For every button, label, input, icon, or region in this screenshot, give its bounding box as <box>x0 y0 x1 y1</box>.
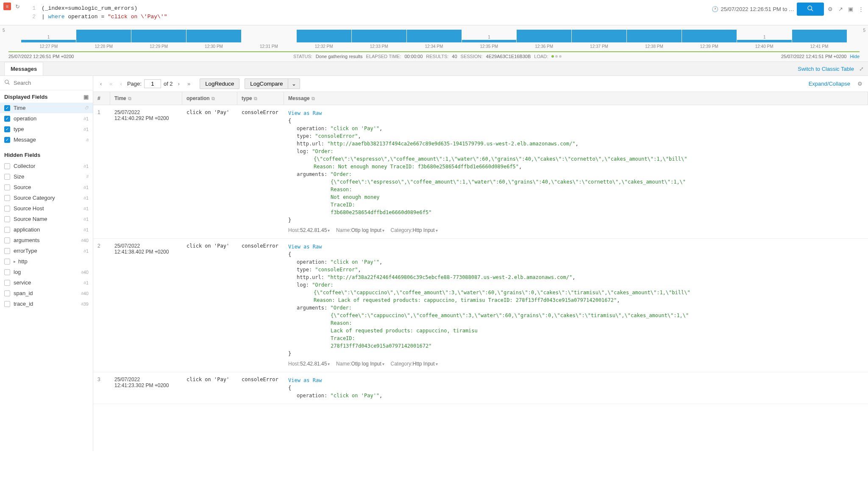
settings-icon[interactable]: ⚙ <box>856 80 864 88</box>
field-row[interactable]: ✓operationa1 <box>4 113 89 124</box>
save-fields-icon[interactable]: ▣ <box>83 94 89 100</box>
histogram-bar[interactable] <box>627 30 682 42</box>
hide-histogram-link[interactable]: Hide <box>850 54 860 59</box>
histogram-bar[interactable] <box>462 40 517 42</box>
field-checkbox[interactable] <box>4 280 10 286</box>
col-message[interactable]: Message⧉ <box>284 92 868 105</box>
col-number[interactable]: # <box>93 92 110 105</box>
field-checkbox[interactable]: ✓ <box>4 105 10 111</box>
copy-icon[interactable]: ⧉ <box>254 96 257 101</box>
y-axis-max-right: 5 <box>863 28 865 33</box>
field-checkbox[interactable] <box>4 184 10 190</box>
field-checkbox[interactable] <box>4 269 10 275</box>
more-icon[interactable]: ⋮ <box>857 6 865 13</box>
logcompare-button[interactable]: LogCompare <box>245 78 288 89</box>
table-row: 325/07/202212:41:23.302 PM +0200click on… <box>93 372 868 404</box>
copy-icon[interactable]: ⧉ <box>312 96 315 101</box>
table-header: # Time⧉ operation⧉ type⧉ Message⧉ <box>93 92 868 105</box>
field-checkbox[interactable] <box>4 248 10 254</box>
collapse-icon[interactable]: ‹ <box>97 80 104 88</box>
field-checkbox[interactable] <box>4 216 10 222</box>
histogram-bars[interactable]: 111 <box>21 30 847 42</box>
histogram-footer: 25/07/2022 12:26:51 PM +0200 STATUS:Done… <box>8 54 860 61</box>
fields-search-input[interactable] <box>14 80 89 86</box>
field-row[interactable]: Sourcea1 <box>4 182 89 192</box>
save-icon[interactable]: ▣ <box>847 6 854 13</box>
query-editor[interactable]: 1(_index=sumologic_rum_errors) 2| where … <box>24 3 707 22</box>
histogram-bar[interactable] <box>737 40 792 42</box>
svg-line-1 <box>811 9 813 11</box>
share-icon[interactable]: ↗ <box>837 6 844 13</box>
clock-icon: 🕐 <box>712 6 718 12</box>
svg-point-0 <box>808 6 812 10</box>
logcompare-dropdown[interactable]: ⌄ <box>288 78 300 89</box>
field-row[interactable]: span_ida40 <box>4 288 89 298</box>
field-checkbox[interactable] <box>4 227 10 233</box>
field-checkbox[interactable] <box>4 290 10 296</box>
next-page-button[interactable]: › <box>175 80 182 88</box>
field-row[interactable]: ✓typea1 <box>4 124 89 134</box>
histogram-bar[interactable] <box>21 40 76 42</box>
histogram-bar[interactable] <box>517 30 571 42</box>
col-time[interactable]: Time⧉ <box>110 92 182 105</box>
field-row[interactable]: Collectora1 <box>4 161 89 171</box>
field-checkbox[interactable] <box>4 163 10 169</box>
tab-messages[interactable]: Messages <box>4 62 43 75</box>
prev-page-button[interactable]: ‹ <box>118 80 125 88</box>
field-checkbox[interactable] <box>4 259 10 265</box>
y-axis-max-left: 5 <box>3 28 5 33</box>
field-row[interactable]: ▸http <box>4 256 89 267</box>
page-input[interactable] <box>144 79 161 88</box>
copy-icon[interactable]: ⧉ <box>128 96 131 101</box>
gear-icon[interactable]: ⚙ <box>826 6 834 13</box>
fullscreen-icon[interactable]: ⤢ <box>859 66 864 72</box>
field-row[interactable]: ✓Time⏱ <box>0 103 93 113</box>
history-icon[interactable]: ↻ <box>14 3 21 10</box>
field-checkbox[interactable]: ✓ <box>4 126 10 132</box>
field-row[interactable]: Source Hosta1 <box>4 203 89 214</box>
field-row[interactable]: ✓Messagea <box>4 134 89 145</box>
search-button[interactable] <box>797 3 824 16</box>
field-row[interactable]: errorTypea1 <box>4 245 89 256</box>
histogram-bar[interactable] <box>352 30 406 42</box>
histogram-bar[interactable] <box>792 30 847 42</box>
logreduce-button[interactable]: LogReduce <box>200 78 239 89</box>
field-checkbox[interactable]: ✓ <box>4 116 10 122</box>
field-row[interactable]: argumentsa40 <box>4 235 89 245</box>
view-raw-link[interactable]: View as Raw <box>288 244 322 250</box>
histogram-bar[interactable] <box>682 30 737 42</box>
expand-collapse-link[interactable]: Expand/Collapse <box>809 81 850 87</box>
field-row[interactable]: applicationa1 <box>4 224 89 235</box>
col-type[interactable]: type⧉ <box>237 92 284 105</box>
view-raw-link[interactable]: View as Raw <box>288 377 322 383</box>
field-checkbox[interactable] <box>4 301 10 307</box>
histogram-bar[interactable] <box>297 30 351 42</box>
histogram-bar[interactable] <box>131 30 186 42</box>
copy-icon[interactable]: ⧉ <box>211 96 215 101</box>
view-raw-link[interactable]: View as Raw <box>288 110 322 116</box>
field-row[interactable]: Source Categorya1 <box>4 192 89 203</box>
first-page-button[interactable]: « <box>107 80 115 88</box>
field-row[interactable]: trace_ida39 <box>4 298 89 309</box>
switch-classic-link[interactable]: Switch to Classic Table <box>798 66 854 72</box>
histogram-bar[interactable] <box>76 30 131 42</box>
hidden-fields-heading: Hidden Fields <box>4 152 40 158</box>
last-page-button[interactable]: » <box>185 80 193 88</box>
page-label: Page: <box>127 81 142 87</box>
field-row[interactable]: Source Namea1 <box>4 214 89 224</box>
messages-header: Messages Switch to Classic Table ⤢ <box>0 62 868 76</box>
field-checkbox[interactable]: ✓ <box>4 137 10 143</box>
field-row[interactable]: Size# <box>4 171 89 182</box>
field-checkbox[interactable] <box>4 174 10 180</box>
field-row[interactable]: loga40 <box>4 267 89 277</box>
histogram-bar[interactable] <box>407 30 462 42</box>
page-total: of 2 <box>164 81 173 87</box>
col-operation[interactable]: operation⧉ <box>182 92 237 105</box>
field-row[interactable]: servicea1 <box>4 277 89 288</box>
time-range-picker[interactable]: 🕐 25/07/2022 12:26:51 PM to … <box>712 6 794 12</box>
histogram-bar[interactable] <box>572 30 626 42</box>
field-checkbox[interactable] <box>4 195 10 201</box>
field-checkbox[interactable] <box>4 206 10 212</box>
field-checkbox[interactable] <box>4 237 10 243</box>
histogram-bar[interactable] <box>186 30 241 42</box>
